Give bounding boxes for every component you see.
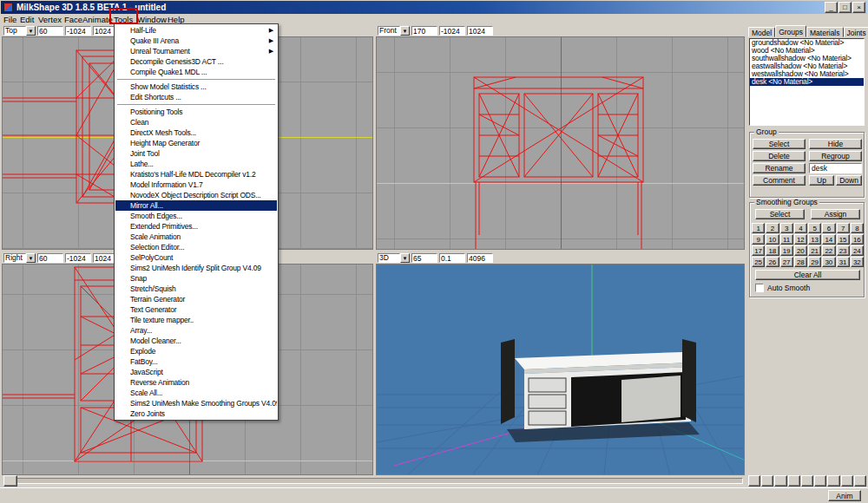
menu-animate[interactable]: Animate (81, 14, 115, 25)
timeline-track[interactable] (3, 478, 743, 484)
tools-menu-item[interactable]: Edit Shortcuts ... (115, 92, 277, 102)
tools-menu-item[interactable]: Kratisto's Half-Life MDL Decompiler v1.2 (115, 169, 277, 180)
tools-menu-item[interactable]: Smooth Edges... (115, 211, 277, 221)
group-list-item[interactable]: desk <No Material> (750, 78, 864, 86)
tools-menu-item[interactable]: Clean (115, 117, 277, 127)
tools-menu-item[interactable]: Lathe... (115, 159, 277, 169)
tools-menu-item[interactable]: FatBoy... (115, 356, 277, 367)
groups-list[interactable]: groundshadow <No Material>wood <No Mater… (749, 38, 865, 126)
viewport-front-field-3[interactable] (467, 26, 493, 36)
group-select-button[interactable]: Select (753, 139, 806, 149)
tools-menu-item[interactable]: Extended Primitives... (115, 221, 277, 232)
smoothing-group-button[interactable]: 11 (780, 234, 793, 245)
smoothing-group-button[interactable]: 21 (808, 245, 821, 256)
smoothing-group-button[interactable]: 13 (808, 234, 821, 245)
tools-menu-item[interactable]: SelPolyCount (115, 252, 277, 263)
tools-menu-item[interactable]: NovodeX Object Description Script ODS... (115, 190, 277, 200)
timeline-control-button[interactable] (761, 475, 773, 487)
smoothing-group-button[interactable]: 4 (794, 223, 807, 233)
tools-menu-item[interactable]: Stretch/Squish (115, 284, 277, 294)
smoothing-group-button[interactable]: 32 (851, 257, 864, 267)
timeline-control-button[interactable] (827, 475, 839, 487)
panel-tab[interactable]: Joints (844, 27, 868, 37)
tools-menu-item[interactable]: Height Map Generator (115, 138, 277, 148)
group-hide-button[interactable]: Hide (809, 139, 862, 149)
viewport-front-canvas[interactable] (376, 36, 745, 250)
smoothing-group-button[interactable]: 18 (766, 245, 779, 256)
group-delete-button[interactable]: Delete (753, 151, 806, 161)
viewport-3d-canvas[interactable] (376, 264, 745, 475)
viewport-top-field-2[interactable] (65, 26, 91, 36)
timeline-control-button[interactable] (814, 475, 826, 487)
viewport-top-view-select[interactable]: Top ▼ (3, 26, 36, 36)
viewport-front-view-select[interactable]: Front ▼ (378, 26, 410, 36)
tools-menu-item[interactable]: Text Generator (115, 304, 277, 315)
group-down-button[interactable]: Down (836, 175, 862, 186)
smoothing-group-button[interactable]: 7 (837, 223, 850, 233)
group-regroup-button[interactable]: Regroup (809, 151, 862, 161)
dropdown-arrow-icon[interactable]: ▼ (400, 26, 410, 36)
smoothing-group-button[interactable]: 22 (822, 245, 835, 256)
group-rename-input[interactable] (809, 163, 862, 173)
timeline-control-button[interactable] (788, 475, 800, 487)
smoothing-group-button[interactable]: 2 (766, 223, 779, 233)
tools-menu-item[interactable]: Zero Joints (115, 408, 277, 419)
smoothing-assign-button[interactable]: Assign (811, 209, 860, 219)
tools-menu-item[interactable]: Explode (115, 346, 277, 356)
smoothing-group-button[interactable]: 12 (794, 234, 807, 245)
tools-menu-item[interactable]: Tile texture mapper.. (115, 315, 277, 325)
menu-vertex[interactable]: Vertex (36, 14, 63, 25)
viewport-front-field-1[interactable] (411, 26, 437, 36)
smoothing-group-button[interactable]: 14 (822, 234, 835, 245)
smoothing-group-button[interactable]: 25 (752, 257, 765, 267)
anim-button[interactable]: Anim (828, 490, 861, 501)
smoothing-group-button[interactable]: 16 (851, 234, 864, 245)
group-comment-button[interactable]: Comment (753, 175, 806, 186)
smoothing-group-button[interactable]: 30 (822, 257, 835, 267)
tools-menu-item[interactable]: Unreal Tournament ▶ (115, 46, 277, 56)
tools-menu-item[interactable]: Snap (115, 273, 277, 284)
tools-menu-item[interactable]: Compile Quake1 MDL ... (115, 67, 277, 77)
timeline-thumb[interactable] (3, 475, 17, 487)
tools-menu-item[interactable]: Reverse Animation (115, 377, 277, 388)
smoothing-group-button[interactable]: 15 (837, 234, 850, 245)
smoothing-group-button[interactable]: 28 (794, 257, 807, 267)
timeline-control-button[interactable] (748, 475, 760, 487)
viewport-right-field-1[interactable] (37, 253, 63, 263)
smoothing-group-button[interactable]: 9 (752, 234, 765, 245)
tools-menu-item[interactable]: JavaScript (115, 367, 277, 377)
panel-tab[interactable]: Materials (806, 27, 843, 37)
auto-smooth-checkbox[interactable] (755, 284, 764, 292)
tools-menu-item[interactable]: Sims2 UniMesh Make Smoothing Groups V4.0… (115, 398, 277, 408)
timeline-control-button[interactable] (854, 475, 866, 487)
panel-tab[interactable]: Groups (775, 25, 806, 37)
viewport-right-view-select[interactable]: Right ▼ (3, 253, 36, 263)
smoothing-group-button[interactable]: 24 (851, 245, 864, 256)
dropdown-arrow-icon[interactable]: ▼ (400, 253, 410, 263)
tools-menu-item[interactable]: Scale All... (115, 388, 277, 398)
tools-menu-item[interactable]: Positioning Tools (115, 107, 277, 117)
timeline-control-button[interactable] (841, 475, 853, 487)
timeline-control-button[interactable] (774, 475, 786, 487)
tools-menu-item[interactable]: Joint Tool (115, 148, 277, 159)
restore-button[interactable]: □ (838, 2, 852, 13)
dropdown-arrow-icon[interactable]: ▼ (26, 26, 36, 36)
smoothing-group-button[interactable]: 3 (780, 223, 793, 233)
viewport-3d-field-1[interactable] (411, 253, 437, 263)
viewport-3d-view-select[interactable]: 3D ▼ (378, 253, 410, 263)
viewport-3d-field-3[interactable] (467, 253, 493, 263)
close-button[interactable]: × (852, 2, 865, 13)
smoothing-group-button[interactable]: 6 (822, 223, 835, 233)
tools-menu-item[interactable]: Half-Life ▶ (115, 25, 277, 36)
viewport-front-field-2[interactable] (439, 26, 465, 36)
timeline-control-button[interactable] (801, 475, 813, 487)
tools-menu-item[interactable]: Array... (115, 325, 277, 336)
dropdown-arrow-icon[interactable]: ▼ (26, 253, 36, 263)
group-rename-button[interactable]: Rename (753, 163, 806, 173)
viewport-3d-field-2[interactable] (439, 253, 465, 263)
clear-all-button[interactable]: Clear All (755, 270, 860, 280)
tools-menu-item[interactable]: Quake III Arena ▶ (115, 36, 277, 46)
smoothing-group-button[interactable]: 23 (837, 245, 850, 256)
tools-menu-item[interactable]: Model Cleaner... (115, 336, 277, 346)
tools-menu-item[interactable]: Terrain Generator (115, 294, 277, 304)
